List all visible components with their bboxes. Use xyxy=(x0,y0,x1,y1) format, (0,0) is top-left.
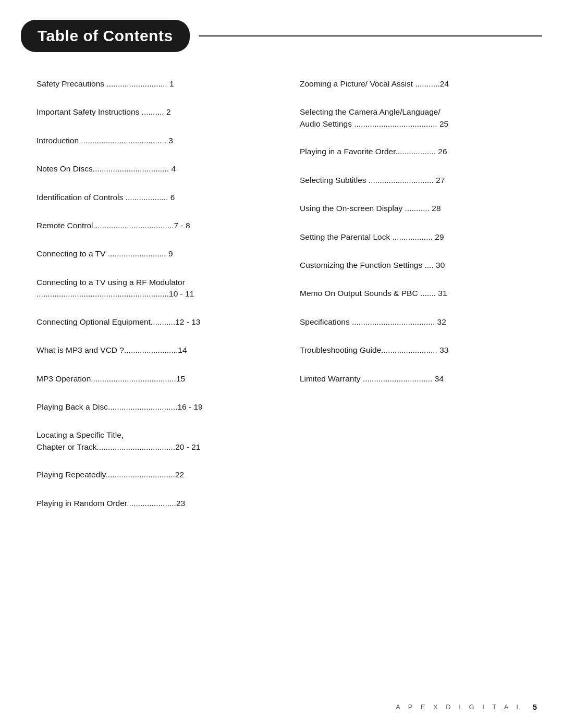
page: Table of Contents Safety Precautions ...… xyxy=(0,0,563,728)
toc-entry-text: Setting the Parental Lock ..............… xyxy=(300,232,444,241)
toc-entry-text: Limited Warranty .......................… xyxy=(300,374,444,383)
list-item: Remote Control..........................… xyxy=(36,220,268,231)
header-line xyxy=(199,35,542,36)
list-item: Connecting Optional Equipment...........… xyxy=(36,316,268,328)
list-item: Notes On Discs..........................… xyxy=(36,163,268,175)
toc-entry-text: Important Safety Instructions ..........… xyxy=(36,107,171,116)
toc-entry-text: Playing Back a Disc.....................… xyxy=(36,402,203,411)
list-item: Specifications .........................… xyxy=(300,316,532,328)
toc-entry-sub: Chapter or Track........................… xyxy=(36,441,268,453)
list-item: Playing Repeatedly......................… xyxy=(36,469,268,480)
list-item: Customizing the Function Settings .... 3… xyxy=(300,260,532,271)
toc-entry-text: Notes On Discs..........................… xyxy=(36,164,176,173)
toc-entry-text: Identification of Controls .............… xyxy=(36,193,175,202)
toc-entry-text: What is MP3 and VCD ?...................… xyxy=(36,346,187,354)
list-item: Playing in a Favorite Order.............… xyxy=(300,146,532,157)
left-column: Safety Precautions .....................… xyxy=(36,78,289,526)
list-item: Introduction ...........................… xyxy=(36,135,268,146)
toc-entry-text: Specifications .........................… xyxy=(300,317,446,326)
header: Table of Contents xyxy=(0,0,563,52)
toc-entry-text: Customizing the Function Settings .... 3… xyxy=(300,261,445,269)
list-item: Memo On Output Sounds & PBC ....... 31 xyxy=(300,288,532,299)
list-item: Safety Precautions .....................… xyxy=(36,78,268,90)
list-item: Selecting the Camera Angle/Language/Audi… xyxy=(300,106,532,129)
list-item: Connecting to a TV .....................… xyxy=(36,248,268,260)
toc-entry-text: Playing in a Favorite Order.............… xyxy=(300,147,447,156)
list-item: Limited Warranty .......................… xyxy=(300,373,532,385)
list-item: Using the On-screen Display ........... … xyxy=(300,203,532,214)
toc-content: Safety Precautions .....................… xyxy=(0,52,563,557)
title-badge: Table of Contents xyxy=(21,20,190,52)
list-item: MP3 Operation...........................… xyxy=(36,373,268,385)
toc-entry-text: Selecting Subtitles ....................… xyxy=(300,176,445,184)
right-column: Zooming a Picture/ Vocal Assist ........… xyxy=(289,78,532,526)
toc-entry-text: Connecting Optional Equipment...........… xyxy=(36,317,201,326)
toc-entry-text: Locating a Specific Title, xyxy=(36,430,124,439)
toc-entry-text: Safety Precautions .....................… xyxy=(36,79,174,88)
toc-entry-text: Playing in Random Order.................… xyxy=(36,499,185,508)
toc-entry-text: Connecting to a TV using a RF Modulator xyxy=(36,278,185,287)
toc-entry-text: Troubleshooting Guide...................… xyxy=(300,346,448,354)
toc-entry-text: Zooming a Picture/ Vocal Assist ........… xyxy=(300,79,449,88)
toc-entry-text: Playing Repeatedly......................… xyxy=(36,470,184,479)
list-item: Zooming a Picture/ Vocal Assist ........… xyxy=(300,78,532,90)
toc-entry-text: Selecting the Camera Angle/Language/ xyxy=(300,107,440,116)
toc-entry-sub: Audio Settings .........................… xyxy=(300,118,532,130)
footer: A P E X D I G I T A L 5 xyxy=(0,702,563,711)
toc-entry-text: Remote Control..........................… xyxy=(36,221,190,230)
page-title: Table of Contents xyxy=(38,27,173,44)
list-item: Playing Back a Disc.....................… xyxy=(36,401,268,413)
toc-entry-text: MP3 Operation...........................… xyxy=(36,374,185,383)
list-item: Locating a Specific Title,Chapter or Tra… xyxy=(36,429,268,452)
brand-label: A P E X D I G I T A L xyxy=(396,703,523,711)
page-number: 5 xyxy=(533,702,537,711)
list-item: Playing in Random Order.................… xyxy=(36,498,268,509)
toc-entry-sub: ........................................… xyxy=(36,288,268,300)
toc-entry-text: Using the On-screen Display ........... … xyxy=(300,204,441,213)
list-item: Connecting to a TV using a RF Modulator.… xyxy=(36,277,268,300)
toc-entry-text: Memo On Output Sounds & PBC ....... 31 xyxy=(300,289,447,298)
toc-entry-text: Connecting to a TV .....................… xyxy=(36,249,173,258)
list-item: Identification of Controls .............… xyxy=(36,192,268,203)
toc-entry-text: Introduction ...........................… xyxy=(36,136,173,145)
list-item: Troubleshooting Guide...................… xyxy=(300,344,532,356)
list-item: Important Safety Instructions ..........… xyxy=(36,106,268,118)
list-item: Selecting Subtitles ....................… xyxy=(300,175,532,186)
list-item: What is MP3 and VCD ?...................… xyxy=(36,344,268,356)
list-item: Setting the Parental Lock ..............… xyxy=(300,231,532,243)
